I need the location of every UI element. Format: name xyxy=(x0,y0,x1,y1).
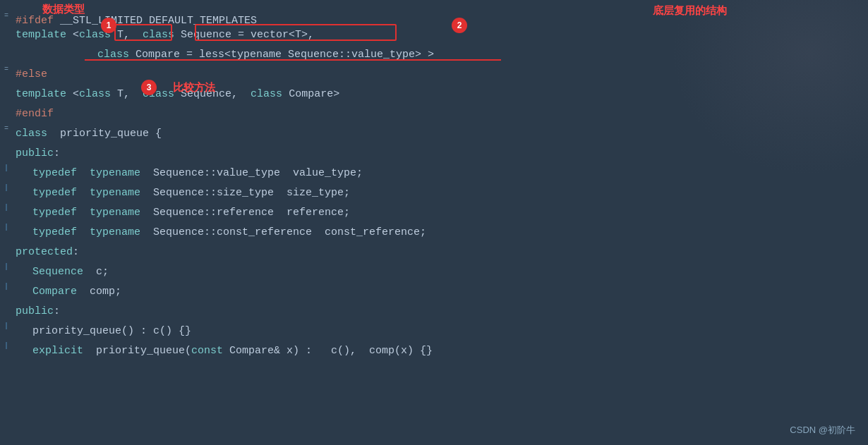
gutter-10: | xyxy=(0,184,13,192)
line-content-10: typedef typename Sequence::size_type siz… xyxy=(13,184,868,202)
line-content-16: public: xyxy=(13,303,868,321)
annotation-compare-method: 比较方法 xyxy=(173,81,215,95)
line-content-13: protected: xyxy=(13,243,868,262)
badge-3: 3 xyxy=(141,80,157,95)
line-content-4: #else xyxy=(13,66,868,84)
badge-2: 2 xyxy=(452,18,467,33)
line-content-2: template <class T, class Sequence = vect… xyxy=(13,26,868,44)
code-line-6: #endif xyxy=(0,104,868,124)
code-line-15: | Compare comp; xyxy=(0,282,868,302)
annotation-reuse-struct: 底层复用的结构 xyxy=(653,4,727,18)
gutter-9: | xyxy=(0,164,13,172)
gutter-17: | xyxy=(0,322,13,330)
code-line-7: = class priority_queue { xyxy=(0,124,868,144)
line-content-8: public: xyxy=(13,145,868,163)
code-line-8: public: xyxy=(0,144,868,164)
code-line-18: | explicit priority_queue(const Compare&… xyxy=(0,341,868,361)
gutter-18: | xyxy=(0,342,13,350)
code-line-2: template <class T, class Sequence = vect… xyxy=(0,25,868,45)
line-content-18: explicit priority_queue(const Compare& x… xyxy=(13,342,868,360)
annotation-data-type: 数据类型 xyxy=(42,3,85,16)
code-line-9: | typedef typename Sequence::value_type … xyxy=(0,164,868,183)
gutter-11: | xyxy=(0,204,13,212)
code-line-16: public: xyxy=(0,302,868,322)
line-content-12: typedef typename Sequence::const_referen… xyxy=(13,224,868,242)
line-content-11: typedef typename Sequence::reference ref… xyxy=(13,204,868,222)
code-line-3: class Compare = less<typename Sequence::… xyxy=(0,45,868,65)
code-line-17: | priority_queue() : c() {} xyxy=(0,322,868,341)
line-content-9: typedef typename Sequence::value_type va… xyxy=(13,164,868,183)
line-content-14: Sequence c; xyxy=(13,263,868,281)
code-area: = #ifdef __STL_LIMITED_DEFAULT_TEMPLATES… xyxy=(0,0,868,445)
gutter-4: = xyxy=(0,66,13,73)
badge-1: 1 xyxy=(101,18,116,33)
watermark: CSDN @初阶牛 xyxy=(790,424,855,437)
code-line-13: protected: xyxy=(0,243,868,262)
line-content-17: priority_queue() : c() {} xyxy=(13,322,868,341)
line-content-6: #endif xyxy=(13,105,868,123)
gutter-1: = xyxy=(0,12,13,20)
code-line-12: | typedef typename Sequence::const_refer… xyxy=(0,223,868,243)
gutter-7: = xyxy=(0,125,13,133)
gutter-15: | xyxy=(0,283,13,291)
line-content-7: class priority_queue { xyxy=(13,125,868,143)
line-content-15: Compare comp; xyxy=(13,283,868,301)
code-line-4: = #else xyxy=(0,65,868,85)
code-line-10: | typedef typename Sequence::size_type s… xyxy=(0,183,868,203)
line-content-3: class Compare = less<typename Sequence::… xyxy=(13,46,868,64)
code-line-11: | typedef typename Sequence::reference r… xyxy=(0,203,868,223)
gutter-12: | xyxy=(0,224,13,231)
code-line-14: | Sequence c; xyxy=(0,262,868,282)
code-line-5: template <class T, class Sequence, class… xyxy=(0,85,868,104)
gutter-14: | xyxy=(0,263,13,271)
